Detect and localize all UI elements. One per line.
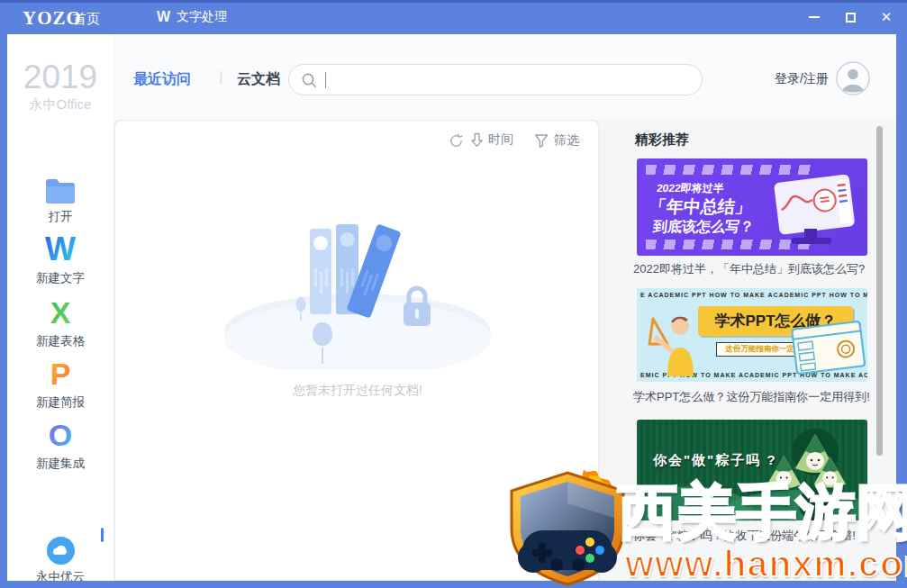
- search-icon: [301, 72, 317, 88]
- funnel-icon: [534, 133, 549, 148]
- new-integration-icon: O: [7, 418, 113, 452]
- close-button[interactable]: ✕: [878, 9, 894, 25]
- svg-text:X: X: [50, 295, 71, 330]
- version-logo: 2019 永中Office: [7, 59, 113, 113]
- empty-state: 您暂未打开过任何文档!: [222, 222, 493, 399]
- tab-cloud-docs[interactable]: 云文档: [237, 70, 280, 89]
- maximize-button[interactable]: [842, 9, 858, 25]
- slide-window-illustration: [791, 320, 866, 378]
- folder-icon: [7, 171, 113, 205]
- promo-card-midyear-summary[interactable]: 2022即将过半 「年中总结」 到底该怎么写？: [637, 158, 867, 256]
- watermark-url: www.hanxm.com: [625, 543, 907, 585]
- dash-decoration: [646, 165, 817, 175]
- window-controls: ✕: [806, 0, 894, 34]
- new-spreadsheet-icon: X: [7, 295, 113, 330]
- svg-text:W: W: [45, 232, 76, 267]
- sidebar-item-new-document[interactable]: W 新建文字: [7, 232, 113, 286]
- sidebar: 2019 永中Office 打开 W 新建文字 X 新建表格 P 新建简报: [7, 34, 113, 581]
- sidebar-scroll-thumb[interactable]: [101, 528, 104, 542]
- watermark-site-name: 西 美 手 游 网: [618, 479, 893, 544]
- login-register-link[interactable]: 登录/注册: [775, 71, 829, 87]
- new-document-icon: W: [7, 232, 113, 267]
- tab-divider: |: [219, 68, 222, 86]
- filter-button[interactable]: 筛选: [534, 132, 579, 149]
- recommendations-scrollbar[interactable]: [876, 126, 883, 456]
- sort-arrow-down-icon: [470, 132, 484, 148]
- version-name: 永中Office: [7, 95, 113, 113]
- minimize-button[interactable]: [806, 9, 822, 25]
- maximize-icon: [846, 13, 856, 23]
- refresh-icon[interactable]: [449, 133, 464, 152]
- sidebar-item-yozo-cloud[interactable]: 永中优云: [7, 531, 113, 585]
- svg-text:P: P: [50, 357, 71, 391]
- titlebar: YOZO 首页 W 文字处理 ✕: [0, 0, 907, 34]
- cloud-icon: [7, 531, 113, 565]
- word-doc-icon: W: [157, 9, 170, 25]
- app-window: YOZO 首页 W 文字处理 ✕ 2019 永中Office 打开 W 新建: [0, 0, 907, 588]
- user-avatar[interactable]: [836, 61, 870, 99]
- recommendations-title: 精彩推荐: [635, 131, 689, 149]
- tab-word-label: 文字处理: [177, 9, 227, 25]
- minimize-icon: [809, 16, 820, 18]
- sort-by-time-button[interactable]: 时间: [470, 131, 513, 148]
- titlebar-top-edge: [0, 0, 907, 3]
- monitor-illustration: [770, 175, 860, 252]
- tab-recent-files[interactable]: 最近访问: [133, 70, 191, 89]
- sidebar-item-new-presentation[interactable]: P 新建简报: [7, 357, 113, 411]
- empty-books-illustration: [222, 222, 493, 370]
- search-input[interactable]: [326, 70, 702, 90]
- sidebar-item-new-integration[interactable]: O 新建集成: [7, 418, 113, 472]
- svg-text:O: O: [49, 418, 72, 452]
- empty-message: 您暂未打开过任何文档!: [222, 383, 493, 399]
- sidebar-item-new-spreadsheet[interactable]: X 新建表格: [7, 295, 113, 349]
- new-presentation-icon: P: [7, 357, 113, 391]
- promo-caption: 2022即将过半，「年中总结」到底该怎么写?: [633, 261, 875, 276]
- person-illustration: [640, 310, 703, 382]
- promo-card-academic-ppt[interactable]: E ACADEMIC PPT HOW TO MAKE ACADEMIC PPT …: [637, 288, 867, 382]
- sort-filter-row: 时间 筛选: [115, 131, 598, 153]
- tab-word-processing[interactable]: W 文字处理: [144, 0, 240, 34]
- promo-caption: 学术PPT怎么做？这份万能指南你一定用得到!: [633, 389, 875, 404]
- search-bar[interactable]: [288, 64, 703, 95]
- sidebar-item-open[interactable]: 打开: [7, 171, 113, 225]
- version-year: 2019: [7, 59, 113, 95]
- home-tab-label[interactable]: 首页: [73, 11, 100, 28]
